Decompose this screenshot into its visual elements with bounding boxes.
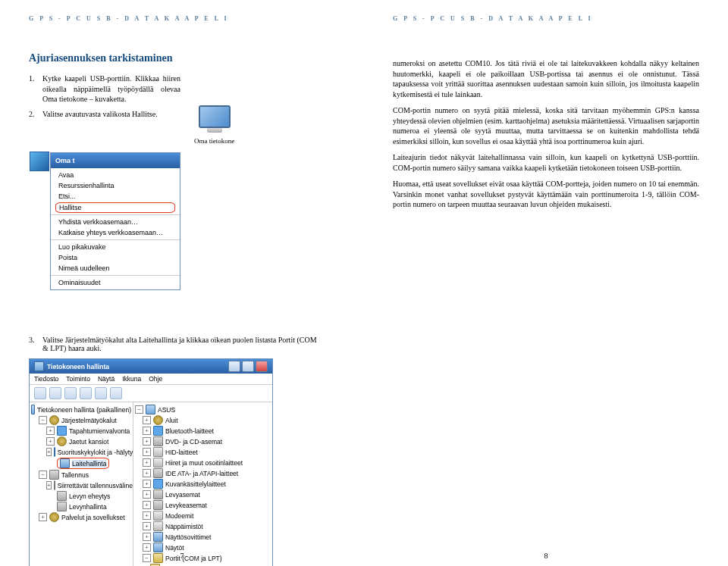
menu-window[interactable]: Ikkuna	[122, 375, 141, 383]
rtree-root[interactable]: ASUS	[158, 406, 175, 414]
perf-icon	[54, 447, 55, 457]
tree-root[interactable]: Tietokoneen hallinta (paikallinen)	[37, 406, 131, 414]
rtree-keyboard[interactable]: Näppäimistöt	[165, 523, 203, 530]
rtree-floppy[interactable]: Levykeasemat	[165, 502, 207, 509]
expand-icon[interactable]: +	[143, 511, 151, 520]
page-number-left: 7	[0, 552, 364, 560]
menu-item-manage[interactable]: Hallitse	[59, 204, 82, 211]
step3-number: 3.	[29, 336, 42, 352]
event-icon	[57, 426, 67, 436]
tree-defrag[interactable]: Levyn eheytys	[69, 493, 110, 500]
rtree-disk[interactable]: Levyasemat	[165, 491, 200, 499]
rtree-aluit[interactable]: Aluit	[165, 417, 178, 424]
expand-icon[interactable]: +	[143, 480, 151, 488]
toolbar-forward-icon[interactable]	[49, 387, 61, 399]
hid-icon	[153, 447, 163, 457]
toolbar-refresh-icon[interactable]	[95, 387, 107, 399]
paragraph-1: numeroksi on asetettu COM10. Jos tätä ri…	[393, 58, 699, 99]
rtree-monitors[interactable]: Näytöt	[165, 544, 184, 552]
expand-icon[interactable]: +	[143, 448, 151, 456]
tree-shared[interactable]: Jaetut kansiot	[69, 438, 108, 446]
imaging-icon	[153, 479, 163, 489]
minimize-button[interactable]	[228, 361, 240, 372]
expand-icon[interactable]: +	[46, 427, 55, 435]
rtree-dvd[interactable]: DVD- ja CD-asemat	[165, 438, 222, 446]
tree-storage[interactable]: Tallennus	[61, 471, 89, 479]
tree-systools[interactable]: Järjestelmätyökalut	[61, 417, 117, 424]
expand-icon[interactable]: +	[143, 416, 151, 424]
page-header-left: G P S - P C U S B - D A T A K A A P E L …	[29, 15, 335, 22]
expand-icon[interactable]: +	[143, 437, 151, 446]
paragraph-2: COM-portin numero on syytä pitää mieless…	[393, 105, 699, 146]
menu-item-properties[interactable]: Ominaisuudet	[51, 277, 180, 288]
diskmgmt-icon	[57, 502, 67, 511]
toolbar-help-icon[interactable]	[110, 387, 122, 399]
menu-item-disconnect-netdrive[interactable]: Katkaise yhteys verkkoasemaan…	[51, 227, 180, 238]
menu-item-search[interactable]: Etsi...	[51, 191, 180, 202]
diskdrive-icon	[153, 489, 163, 499]
collapse-icon[interactable]: −	[39, 471, 47, 479]
expand-icon[interactable]: +	[143, 427, 151, 435]
expand-icon[interactable]: +	[143, 533, 151, 541]
device-manager-icon	[60, 458, 70, 468]
maximize-button[interactable]	[242, 361, 254, 372]
rtree-displayadapt[interactable]: Näyttösovittimet	[165, 533, 211, 541]
close-button[interactable]	[256, 361, 268, 372]
services-icon	[49, 512, 59, 522]
expand-icon[interactable]: +	[39, 513, 47, 521]
tree-device-manager[interactable]: Laitehallinta	[72, 460, 106, 467]
menu-file[interactable]: Tiedosto	[34, 375, 58, 383]
rtree-bluetooth[interactable]: Bluetooth-laitteet	[165, 427, 214, 435]
menu-item-explorer[interactable]: Resurssienhallinta	[51, 180, 180, 191]
menu-divider	[51, 275, 180, 276]
context-menu-header: Oma t	[55, 157, 75, 164]
tree-removable[interactable]: Siirrettävät tallennusvälineet	[58, 482, 133, 489]
step3-text: Valitse Järjestelmätyökalut alta Laiteha…	[42, 336, 323, 352]
collapse-icon[interactable]: −	[135, 405, 143, 414]
ide-icon	[153, 468, 163, 478]
expand-icon[interactable]: +	[143, 501, 151, 509]
bluetooth-icon	[153, 426, 163, 436]
device-icon	[153, 415, 163, 425]
menu-help[interactable]: Ohje	[149, 375, 162, 383]
menu-action[interactable]: Toiminto	[66, 375, 90, 383]
menu-item-open[interactable]: Avaa	[51, 170, 180, 180]
dvd-icon	[153, 436, 163, 446]
menu-item-delete[interactable]: Poista	[51, 252, 180, 263]
menu-divider	[51, 239, 180, 240]
expand-icon[interactable]: +	[143, 469, 151, 477]
collapse-icon[interactable]: −	[39, 416, 47, 424]
expand-icon[interactable]: +	[143, 458, 151, 467]
device-manager-highlight: Laitehallinta	[57, 458, 109, 469]
tree-services[interactable]: Palvelut ja sovellukset	[61, 514, 125, 521]
device-manager-window: Tietokoneen hallinta Tiedosto Toiminto N…	[29, 358, 273, 566]
expand-icon[interactable]: +	[46, 448, 52, 456]
expand-icon[interactable]: +	[143, 490, 151, 499]
rtree-ide[interactable]: IDE ATA- ja ATAPI-laitteet	[165, 470, 238, 477]
tree-diskmgmt[interactable]: Levynhallinta	[69, 503, 107, 511]
mouse-icon	[153, 458, 163, 467]
expand-icon[interactable]: +	[143, 543, 151, 552]
rtree-imaging[interactable]: Kuvankäsittelylaitteet	[165, 480, 226, 488]
menu-view[interactable]: Näytä	[98, 375, 115, 383]
right-tree: −ASUS +Aluit +Bluetooth-laitteet +DVD- j…	[133, 402, 272, 566]
menu-item-rename[interactable]: Nimeä uudelleen	[51, 263, 180, 274]
removable-icon	[54, 480, 55, 490]
menu-item-connect-netdrive[interactable]: Yhdistä verkkoasemaan…	[51, 217, 180, 227]
window-title: Tietokoneen hallinta	[47, 363, 109, 371]
toolbar-up-icon[interactable]	[64, 387, 77, 399]
rtree-hid[interactable]: HID-laitteet	[165, 449, 198, 456]
monitor-icon	[198, 105, 231, 134]
expand-icon[interactable]: +	[46, 481, 52, 489]
tree-events[interactable]: Tapahtumienvalvonta	[69, 427, 130, 435]
menu-item-shortcut[interactable]: Luo pikakuvake	[51, 242, 180, 252]
toolbar-props-icon[interactable]	[80, 387, 92, 399]
expand-icon[interactable]: +	[143, 522, 151, 530]
my-computer-icon-block: Oma tietokone	[194, 105, 234, 145]
rtree-modem[interactable]: Modeemit	[165, 512, 193, 520]
toolbar-back-icon[interactable]	[34, 387, 46, 399]
tree-perf[interactable]: Suorituskykylokit ja -hälytykset	[58, 449, 133, 456]
rtree-mice[interactable]: Hiiret ja muut osoitinlaitteet	[165, 459, 243, 467]
step2-text: Valitse avautuvasta valikosta Hallitse.	[42, 109, 158, 120]
expand-icon[interactable]: +	[46, 437, 55, 446]
